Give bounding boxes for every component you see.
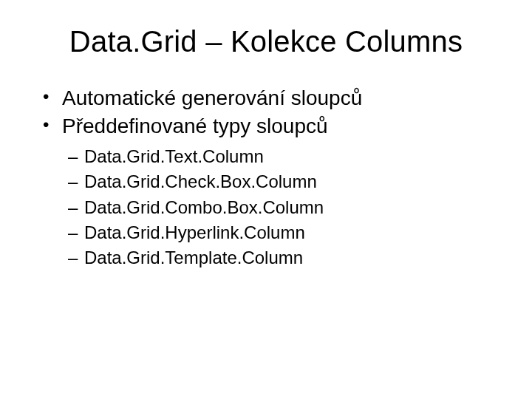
slide-title: Data.Grid – Kolekce Columns (30, 25, 502, 58)
sub-bullet-text: Data.Grid.Check.Box.Column (84, 171, 317, 191)
sub-bullet-text: Data.Grid.Text.Column (84, 146, 264, 166)
bullet-item: Předdefinované typy sloupců (43, 113, 502, 140)
bullet-text: Automatické generování sloupců (62, 86, 362, 109)
sub-bullet-item: Data.Grid.Check.Box.Column (68, 170, 502, 194)
bullet-item: Automatické generování sloupců (43, 85, 502, 112)
sub-bullet-list: Data.Grid.Text.Column Data.Grid.Check.Bo… (30, 145, 502, 270)
sub-bullet-text: Data.Grid.Template.Column (84, 248, 303, 267)
sub-bullet-text: Data.Grid.Hyperlink.Column (84, 222, 305, 242)
sub-bullet-item: Data.Grid.Hyperlink.Column (68, 221, 502, 245)
bullet-list: Automatické generování sloupců Předdefin… (30, 85, 502, 140)
sub-bullet-item: Data.Grid.Combo.Box.Column (68, 196, 502, 219)
sub-bullet-item: Data.Grid.Text.Column (68, 145, 502, 168)
sub-bullet-item: Data.Grid.Template.Column (68, 246, 502, 270)
sub-bullet-text: Data.Grid.Combo.Box.Column (84, 197, 324, 217)
bullet-text: Předdefinované typy sloupců (62, 115, 328, 137)
